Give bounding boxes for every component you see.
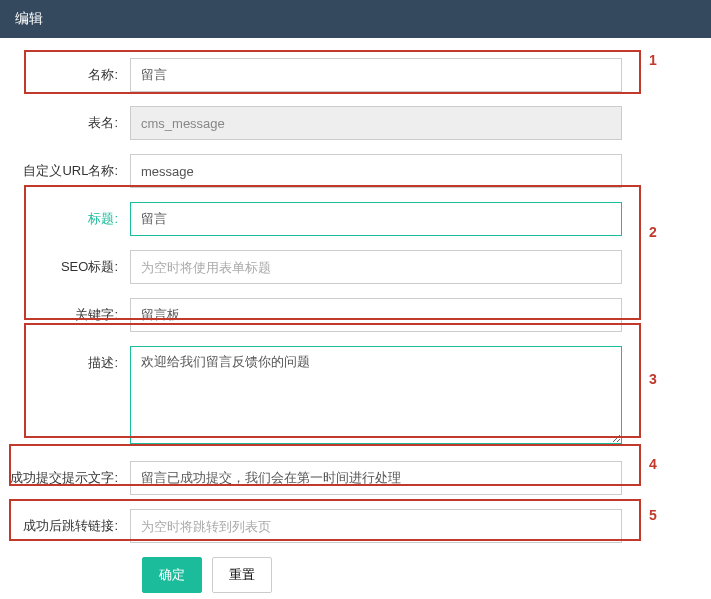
row-title: 标题: — [10, 202, 681, 236]
submit-button[interactable]: 确定 — [142, 557, 202, 593]
input-success-message[interactable] — [130, 461, 622, 495]
dialog-header: 编辑 — [0, 0, 711, 38]
label-name: 名称: — [10, 58, 130, 84]
reset-button[interactable]: 重置 — [212, 557, 272, 593]
button-row: 确定 重置 — [142, 557, 681, 593]
row-table: 表名: — [10, 106, 681, 140]
form-container: 名称: 表名: 自定义URL名称: 标题: SEO标题: 关键字: — [0, 38, 711, 599]
input-seo[interactable] — [130, 250, 622, 284]
input-url[interactable] — [130, 154, 622, 188]
label-desc: 描述: — [10, 346, 130, 372]
row-desc: 描述: — [10, 346, 681, 447]
row-keywords: 关键字: — [10, 298, 681, 332]
input-title[interactable] — [130, 202, 622, 236]
label-title: 标题: — [10, 202, 130, 228]
row-redirect: 成功后跳转链接: — [10, 509, 681, 543]
label-table: 表名: — [10, 106, 130, 132]
label-url: 自定义URL名称: — [10, 154, 130, 180]
label-keywords: 关键字: — [10, 298, 130, 324]
row-url: 自定义URL名称: — [10, 154, 681, 188]
row-seo: SEO标题: — [10, 250, 681, 284]
label-success-message: 成功提交提示文字: — [10, 461, 130, 487]
input-name[interactable] — [130, 58, 622, 92]
input-redirect[interactable] — [130, 509, 622, 543]
label-seo: SEO标题: — [10, 250, 130, 276]
textarea-desc[interactable] — [130, 346, 622, 444]
input-table — [130, 106, 622, 140]
row-success-message: 成功提交提示文字: — [10, 461, 681, 495]
row-name: 名称: — [10, 58, 681, 92]
input-keywords[interactable] — [130, 298, 622, 332]
label-redirect: 成功后跳转链接: — [10, 509, 130, 535]
dialog-title: 编辑 — [15, 10, 43, 26]
